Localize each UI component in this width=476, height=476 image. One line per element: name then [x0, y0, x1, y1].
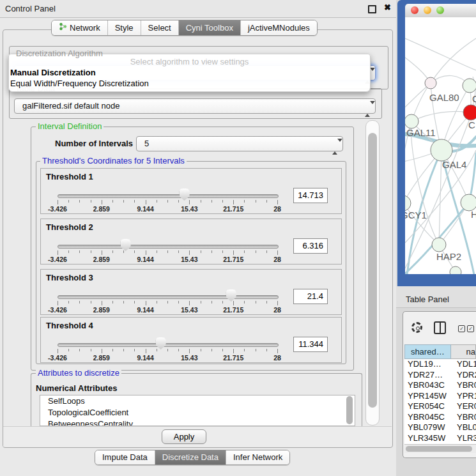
slider-tick: [178, 250, 179, 253]
threshold-panel-4: Threshold 4-3.4262.8599.14415.4321.71528…: [40, 317, 342, 363]
network-node-GCY1[interactable]: [405, 196, 411, 211]
slider-tick: [189, 349, 190, 353]
numerical-attributes-label: Numerical Attributes: [36, 383, 117, 393]
slider-tick: [201, 301, 201, 303]
network-node-HAP2[interactable]: [432, 238, 446, 252]
table-row[interactable]: YBL079WYBL07: [404, 422, 476, 433]
network-view-window[interactable]: GAL80G.CGAL11GAL4GCY1HHAP2: [397, 0, 476, 286]
table-data-combobox[interactable]: galFiltered.sif default node: [14, 98, 376, 114]
slider-tick: [211, 301, 212, 303]
panel-scrollbar-thumb[interactable]: [368, 133, 377, 408]
column-header-name[interactable]: na: [451, 344, 476, 359]
node-label: G.: [472, 93, 476, 104]
slider-tick: [134, 349, 135, 351]
table-row[interactable]: YDR27…YDR27: [404, 370, 476, 381]
table-rows: YDL19…YDL19YDR27…YDR27YBR043CYBR04YPR145…: [404, 359, 476, 444]
tab-network[interactable]: Network: [52, 20, 107, 35]
attribute-item[interactable]: BetweennessCentrality: [40, 418, 355, 426]
network-node-G[interactable]: [463, 79, 476, 93]
tab-discretize-data[interactable]: Discretize Data: [155, 450, 226, 464]
network-window-titlebar[interactable]: [405, 4, 476, 18]
tab-infer-network[interactable]: Infer Network: [226, 450, 289, 464]
slider-scale-label: 15.43: [170, 256, 208, 263]
tab-label: Cyni Toolbox: [186, 23, 233, 33]
attributes-scrollbar-thumb[interactable]: [346, 396, 353, 424]
slider-tick: [79, 301, 80, 303]
tab-style[interactable]: Style: [107, 20, 141, 35]
slider-tick: [266, 349, 267, 351]
numerical-attributes-list[interactable]: SelfLoopsTopologicalCoefficientBetweenne…: [40, 395, 355, 426]
network-node-GAL11[interactable]: [405, 114, 418, 128]
table-cell: YLR34: [452, 433, 476, 444]
threshold-slider-track[interactable]: [58, 245, 279, 249]
column-header-shared-name[interactable]: shared…: [404, 344, 451, 359]
table-panel-titlebar: Table Panel: [396, 286, 476, 308]
number-of-intervals-label: Number of Intervals: [55, 139, 133, 148]
close-traffic-light-icon[interactable]: [411, 6, 418, 14]
popup-option-equal-width-frequency[interactable]: Equal Width/Frequency Discretization: [10, 79, 149, 88]
slider-tick: [134, 250, 135, 253]
tab-label: Discretize Data: [162, 452, 219, 462]
table-cell: YPR145W: [404, 391, 452, 402]
minimize-traffic-light-icon[interactable]: [424, 6, 431, 14]
tab-cyni-toolbox[interactable]: Cyni Toolbox: [178, 20, 240, 35]
checkbox-icon-2[interactable]: ✓: [467, 325, 474, 332]
network-node-GAL80[interactable]: [425, 77, 436, 89]
slider-tick: [102, 200, 102, 204]
threshold-slider-thumb[interactable]: [156, 337, 166, 349]
threshold-value-field[interactable]: 11.344: [293, 337, 328, 352]
slider-tick: [68, 200, 69, 203]
slider-scale-label: -3.426: [38, 256, 77, 263]
split-columns-icon[interactable]: [434, 321, 446, 334]
slider-scale-label: 15.43: [170, 205, 208, 213]
threshold-slider-track[interactable]: [58, 343, 279, 347]
threshold-slider-track[interactable]: [58, 295, 279, 299]
algorithm-dropdown-popup: Select algorithm to view settings Manual…: [8, 54, 371, 92]
slider-scale-label: 15.43: [170, 354, 208, 362]
table-row[interactable]: YDL19…YDL19: [404, 359, 476, 370]
slider-tick: [189, 301, 190, 305]
slider-tick: [91, 301, 91, 303]
number-of-intervals-combobox[interactable]: 5: [136, 136, 343, 151]
threshold-value-field[interactable]: 6.316: [293, 238, 328, 254]
popup-option-manual-discretization[interactable]: Manual Discretization: [10, 68, 96, 77]
slider-scale-label: 9.144: [127, 256, 165, 263]
table-row[interactable]: YPR145WYPR14: [404, 391, 476, 402]
threshold-slider-thumb[interactable]: [121, 239, 131, 251]
slider-tick: [222, 349, 223, 351]
slider-tick: [178, 200, 179, 203]
gear-icon[interactable]: [411, 322, 422, 333]
apply-button[interactable]: Apply: [162, 429, 206, 444]
slider-tick: [256, 349, 256, 351]
attribute-item[interactable]: TopologicalCoefficient: [40, 407, 355, 418]
tab-select[interactable]: Select: [141, 20, 178, 35]
network-node-C[interactable]: [463, 105, 476, 120]
threshold-value-field[interactable]: 21.4: [293, 289, 328, 304]
table-row[interactable]: YER054CYER05: [404, 401, 476, 412]
network-canvas[interactable]: GAL80G.CGAL11GAL4GCY1HHAP2: [405, 17, 476, 274]
attribute-item[interactable]: SelfLoops: [40, 395, 355, 407]
close-panel-icon[interactable]: ✖: [384, 3, 391, 13]
checkbox-icon-1[interactable]: ✓: [458, 325, 465, 332]
threshold-slider-track[interactable]: [58, 194, 279, 198]
table-row[interactable]: YBR043CYBR04: [404, 380, 476, 391]
network-node-GAL4[interactable]: [431, 139, 452, 161]
slider-tick: [178, 349, 179, 351]
network-node[interactable]: [450, 266, 461, 274]
tab-jactivemnodules[interactable]: jActiveMNodules: [240, 20, 317, 35]
threshold-slider-thumb[interactable]: [180, 188, 190, 201]
slider-tick: [233, 301, 234, 305]
table-cell: YBL07: [452, 422, 476, 433]
table-hscrollbar-thumb[interactable]: [406, 446, 472, 452]
slider-tick: [201, 349, 201, 351]
threshold-slider-thumb[interactable]: [226, 289, 236, 302]
slider-tick: [189, 250, 190, 255]
zoom-traffic-light-icon[interactable]: [436, 6, 444, 14]
float-panel-icon[interactable]: [368, 5, 376, 13]
table-row[interactable]: YBR045CYBR04: [404, 412, 476, 423]
threshold-value-field[interactable]: 14.713: [293, 188, 328, 203]
tab-label: Style: [115, 23, 134, 33]
table-hscrollbar-track[interactable]: [404, 444, 476, 453]
tab-impute-data[interactable]: Impute Data: [95, 450, 155, 464]
table-row[interactable]: YLR345WYLR34: [404, 433, 476, 444]
